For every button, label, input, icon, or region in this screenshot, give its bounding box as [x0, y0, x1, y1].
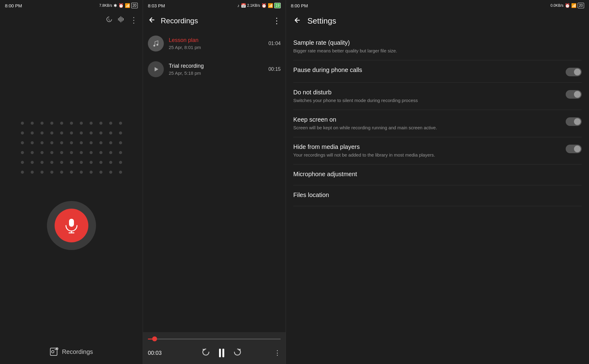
back-button-2[interactable] — [148, 16, 156, 26]
alarm-icon-2: ⏰ — [261, 3, 267, 8]
settings-item-text-3: Keep screen on Screen will be kept on wh… — [293, 116, 560, 131]
dot — [21, 151, 24, 154]
record-button[interactable] — [55, 209, 88, 242]
svg-rect-0 — [118, 18, 119, 21]
recording-info-0: Lesson plan 25 Apr, 8:01 pm — [169, 37, 264, 50]
dot — [80, 161, 83, 164]
progress-bar[interactable] — [148, 336, 281, 342]
dot — [119, 161, 122, 164]
music-note-icon: ♪ — [237, 3, 240, 8]
svg-rect-2 — [121, 16, 121, 22]
dot — [50, 141, 53, 144]
dot — [50, 122, 53, 125]
record-button-wrapper[interactable] — [47, 201, 96, 250]
status-bar-3: 8:00 PM 0.0KB/s ⏰ 📶 20 — [286, 0, 589, 11]
settings-item-desc-3: Screen will be kept on while recording r… — [293, 124, 560, 131]
dot — [99, 171, 102, 174]
dot — [60, 151, 63, 154]
waveform-icon[interactable] — [117, 16, 125, 25]
signal-icon-3: 📶 — [571, 3, 576, 8]
settings-item-0[interactable]: Sample rate (quality) Bigger rate means … — [286, 33, 589, 60]
microphone-icon — [64, 218, 79, 233]
dot — [99, 122, 102, 125]
toggle-pause-calls[interactable] — [566, 68, 582, 76]
recording-duration-1: 00:15 — [268, 66, 281, 72]
toggle-screen-on[interactable] — [566, 117, 582, 126]
settings-item-desc-2: Switches your phone to silent mode durin… — [293, 97, 560, 104]
recordings-nav-label: Recordings — [62, 348, 93, 355]
play-thumb-icon — [152, 66, 159, 73]
settings-item-4[interactable]: Hide from media players Your recordings … — [286, 137, 589, 164]
dot — [119, 151, 122, 154]
signal-icon-2: 📶 — [268, 3, 273, 8]
dot — [21, 122, 24, 125]
dot — [119, 141, 122, 144]
dot — [99, 141, 102, 144]
progress-track — [148, 339, 281, 339]
settings-item-text-5: Microphone adjustment — [293, 171, 582, 179]
settings-item-title-2: Do not disturb — [293, 89, 560, 96]
waveform-area — [0, 29, 143, 339]
settings-item-3[interactable]: Keep screen on Screen will be kept on wh… — [286, 110, 589, 137]
status-bar-1: 8:00 PM 7.8KB/s ✱ ⏰ 📶 20 — [0, 0, 143, 11]
dot — [109, 141, 112, 144]
svg-point-12 — [153, 45, 155, 47]
recordings-spacer — [143, 82, 286, 332]
settings-title: Settings — [307, 16, 336, 26]
settings-item-desc-0: Bigger rate means better quality but lar… — [293, 47, 582, 54]
dot — [31, 151, 34, 154]
dot — [21, 171, 24, 174]
dot — [50, 171, 53, 174]
pause-button[interactable] — [219, 349, 224, 357]
toggle-knob-4 — [574, 146, 581, 152]
status-icons-3: 0.0KB/s ⏰ 📶 20 — [551, 3, 584, 8]
dot — [70, 161, 73, 164]
settings-item-5[interactable]: Microphone adjustment — [286, 165, 589, 185]
net-speed-1: 7.8KB/s — [99, 3, 112, 8]
dot — [50, 161, 53, 164]
dot — [31, 161, 34, 164]
status-icons-1: 7.8KB/s ✱ ⏰ 📶 20 — [99, 3, 138, 8]
dot — [99, 151, 102, 154]
settings-item-title-5: Microphone adjustment — [293, 171, 582, 178]
recording-name-0: Lesson plan — [169, 37, 264, 44]
dot — [70, 141, 73, 144]
dot — [99, 131, 102, 135]
history-icon[interactable] — [105, 16, 113, 25]
recordings-nav-icon — [50, 347, 58, 356]
back-button-3[interactable] — [293, 16, 301, 25]
settings-item-1[interactable]: Pause during phone calls — [286, 60, 589, 82]
dot — [80, 122, 83, 125]
dot — [60, 141, 63, 144]
more-options-icon-1[interactable]: ⋮ — [130, 16, 138, 25]
more-options-icon-2[interactable]: ⋮ — [273, 16, 281, 26]
dot — [50, 151, 53, 154]
forward-button[interactable] — [233, 347, 242, 359]
dot — [90, 131, 93, 135]
settings-item-text-0: Sample rate (quality) Bigger rate means … — [293, 39, 582, 54]
player-more-button[interactable]: ⋮ — [274, 349, 281, 357]
player-controls: 00:03 — [148, 344, 281, 362]
settings-item-2[interactable]: Do not disturb Switches your phone to si… — [286, 83, 589, 110]
rewind-button[interactable] — [201, 347, 210, 359]
svg-point-13 — [156, 44, 158, 46]
progress-thumb[interactable] — [152, 336, 157, 341]
recordings-nav-button[interactable]: Recordings — [0, 339, 143, 364]
recorder-panel: 8:00 PM 7.8KB/s ✱ ⏰ 📶 20 ⋮ — [0, 0, 143, 364]
dot — [109, 151, 112, 154]
dot — [70, 131, 73, 135]
dot — [21, 161, 24, 164]
toggle-dnd[interactable] — [566, 90, 582, 99]
alarm-icon: ⏰ — [118, 3, 124, 8]
dot — [119, 171, 122, 174]
settings-item-6[interactable]: Files location — [286, 185, 589, 206]
settings-list: Sample rate (quality) Bigger rate means … — [286, 31, 589, 364]
recording-item-1[interactable]: Trial recording 25 Apr, 5:18 pm 00:15 — [143, 56, 286, 82]
recording-item-0[interactable]: Lesson plan 25 Apr, 8:01 pm 01:04 — [143, 31, 286, 56]
recording-info-1: Trial recording 25 Apr, 5:18 pm — [169, 63, 264, 76]
settings-item-title-4: Hide from media players — [293, 143, 560, 150]
toggle-hide-media[interactable] — [566, 145, 582, 153]
svg-rect-3 — [122, 17, 122, 21]
dot — [31, 171, 34, 174]
net-speed-3: 0.0KB/s — [551, 3, 564, 8]
